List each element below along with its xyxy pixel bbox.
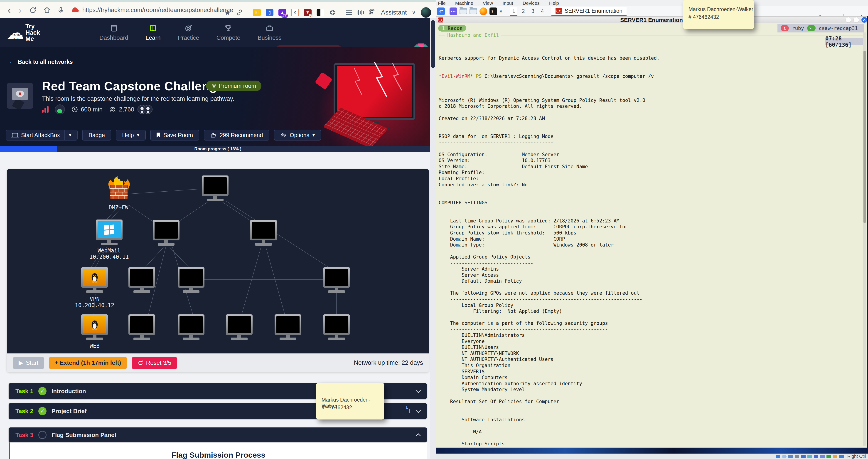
maximize-button[interactable] [854,17,859,23]
network-node-monitor[interactable] [226,314,253,340]
extension-k-icon[interactable]: K [291,9,299,16]
app-launcher-icon[interactable]: ••• [450,7,457,15]
network-node-monitor[interactable] [178,314,205,340]
bookmark-icon [157,132,160,137]
recommend-button[interactable]: 299 Recommend [204,130,269,141]
network-node-webmail[interactable] [96,219,123,245]
firewall-node[interactable] [105,176,133,204]
nav-item-learn[interactable]: Learn [146,24,161,41]
terminal-output[interactable]: Kerberos support for Dynamic Access Cont… [439,43,660,448]
url-field[interactable]: https://tryhackme.com/room/redteamcapsto… [82,7,233,13]
nav-item-dashboard[interactable]: Dashboard [99,24,128,41]
workspace-2[interactable]: 2 [520,7,527,16]
terminal-launcher-icon[interactable]: $_ [490,7,497,15]
vbox-nic-icon[interactable] [827,455,831,458]
vbox-recording-icon[interactable] [820,455,825,458]
menu-input[interactable]: Input [502,0,513,6]
vbox-menu-icon[interactable] [839,455,844,458]
network-reset-button[interactable]: Reset 3/5 [132,357,177,369]
workspace-3[interactable]: 3 [529,7,536,16]
copy-link-icon[interactable] [236,9,243,16]
vbox-network-icon[interactable] [801,455,806,458]
network-node-monitor[interactable] [323,314,350,340]
network-node-monitor[interactable] [128,267,155,293]
chevron-down-icon[interactable]: ∨ [499,9,502,14]
menu-view[interactable]: View [483,0,493,6]
folder-icon[interactable] [460,8,467,14]
vbox-display-icon[interactable] [814,455,818,458]
extension-lock-icon[interactable]: ⚿ [253,9,261,16]
network-node-monitor[interactable] [178,267,205,293]
network-node-monitor[interactable] [275,314,301,340]
thm-logo[interactable]: ☁10 1011100101 TryHackMe [6,23,52,42]
terminal-titlebar[interactable]: $_#_ SERVER1 Enumeration [436,16,867,23]
vbox-cd-icon[interactable] [782,455,786,458]
close-button[interactable]: ✕ [861,17,867,23]
taskbar-window-tab[interactable]: $_#_ SERVER1 Enumeration [552,7,626,16]
puzzle-extensions-icon[interactable] [329,9,336,16]
kali-menu-icon[interactable] [437,7,445,15]
network-node-monitor[interactable] [323,267,350,293]
browser-scrollbar[interactable] [430,19,436,459]
network-node-vpn[interactable] [81,267,108,293]
network-extend-button[interactable]: + Extend (1h 17min left) [49,357,127,369]
save-room-button[interactable]: Save Room [150,130,199,141]
chevron-down-icon[interactable]: ∨ [412,9,416,16]
start-attackbox-button[interactable]: Start AttackBox ▾ [6,130,78,141]
vbox-mouse-icon[interactable] [833,455,837,458]
chevron-down-icon[interactable] [416,388,421,393]
assistant-icon[interactable] [369,9,376,16]
menu-machine[interactable]: Machine [455,0,473,6]
vbox-hdd-icon[interactable] [776,455,780,458]
nav-item-practice[interactable]: Practice [178,24,199,41]
help-button[interactable]: Help▾ [116,130,146,141]
firefox-icon[interactable] [479,7,487,15]
network-node-monitor[interactable] [128,314,155,340]
attackbox-dropdown[interactable]: ▾ [64,130,71,140]
terminal-pane[interactable]: 1 Recon ruby >_ csaw-redcap31 Hashdump a… [436,23,867,448]
forward-icon[interactable]: › [19,6,21,15]
download-icon[interactable] [404,409,410,414]
extension-privacy-shield-icon[interactable]: ▼7 [304,9,312,16]
screen: ‹ › https://tryhackme.com/room/redteamca… [0,0,868,459]
network-start-button[interactable]: ▶Start [13,357,44,369]
back-to-networks-link[interactable]: ← Back to all networks [9,59,73,65]
options-button[interactable]: Options▾ [274,130,321,141]
scrollbar-thumb[interactable] [431,20,435,68]
difficulty-bars-icon [42,106,49,113]
extension-dark-mode-icon[interactable] [316,9,324,16]
chevron-up-icon[interactable] [416,433,421,438]
workspace-4[interactable]: 4 [539,7,546,16]
nav-item-compete[interactable]: Compete [216,24,241,41]
vbox-folders-icon[interactable] [807,455,812,458]
extension-wallet-icon[interactable]: ▯ [266,9,274,16]
vbox-audio-icon[interactable] [788,455,793,458]
network-node-monitor[interactable] [202,176,228,201]
task-row-3[interactable]: Task 3 Flag Submission Panel [9,427,427,442]
workspace-1[interactable]: 1 [510,7,517,16]
reload-icon[interactable] [29,7,36,14]
assistant-label[interactable]: Assistant [381,9,407,16]
mic-icon[interactable] [57,7,64,14]
tmux-window-tab[interactable]: 1 Recon [438,25,466,32]
vbox-usb-icon[interactable] [795,455,799,458]
badge-button[interactable]: Badge [82,130,111,141]
menu-devices[interactable]: Devices [523,0,539,6]
back-icon[interactable]: ‹ [8,6,11,15]
menu-file[interactable]: File [438,0,446,6]
chevron-down-icon[interactable] [416,408,421,413]
network-node-monitor[interactable] [153,220,180,246]
menu-icon[interactable] [346,10,352,15]
network-node-web[interactable] [81,314,108,340]
network-node-monitor[interactable] [250,220,277,246]
home-icon[interactable] [43,7,51,14]
bookmark-star-icon[interactable]: ★ [224,8,231,17]
sidebar-audio-icon[interactable] [357,10,364,15]
scrollbar-thumb[interactable] [864,51,866,223]
browser-profile-avatar[interactable] [421,7,431,18]
folder-icon[interactable] [469,8,477,14]
menu-help[interactable]: Help [549,0,559,6]
terminal-scrollbar[interactable] [863,32,866,446]
extension-shield-icon[interactable]: ▲28 [278,9,286,16]
minimize-button[interactable] [845,17,851,23]
